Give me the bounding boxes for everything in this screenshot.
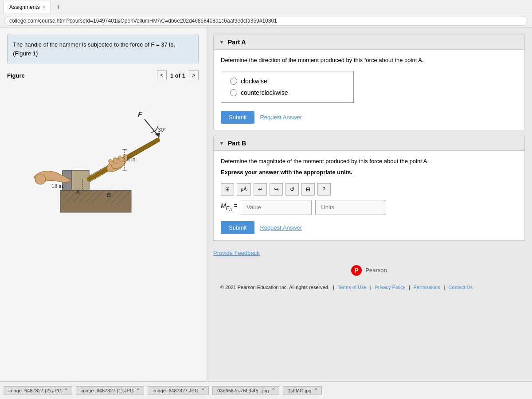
part-a-title: Part A bbox=[228, 39, 246, 46]
part-b-body: Determine the magnitude of the moment pr… bbox=[214, 151, 524, 240]
point-b-label: B bbox=[107, 192, 111, 198]
option-counterclockwise-label: counterclockwise bbox=[241, 89, 288, 96]
taskbar-arrow-3: ^ bbox=[202, 388, 204, 393]
part-b-question: Determine the magnitude of the moment pr… bbox=[221, 157, 517, 166]
taskbar-label-3: image_6487327.JPG bbox=[153, 388, 198, 393]
help-btn[interactable]: ? bbox=[317, 183, 331, 196]
part-a-body: Determine the direction of the moment pr… bbox=[214, 50, 524, 130]
redo-btn[interactable]: ↪ bbox=[270, 183, 283, 196]
figure-nav: < 1 of 1 > bbox=[157, 70, 199, 80]
privacy-link[interactable]: Privacy Policy bbox=[375, 285, 405, 290]
part-b-subtext: Express your answer with the appropriate… bbox=[221, 168, 517, 177]
feedback-area: Provide Feedback bbox=[213, 246, 525, 258]
part-a-question: Determine the direction of the moment pr… bbox=[221, 56, 517, 65]
figure-page: 1 of 1 bbox=[170, 72, 185, 79]
part-a-options: clockwise counterclockwise bbox=[221, 71, 354, 103]
taskbar-arrow-2: ^ bbox=[137, 388, 139, 393]
separator4: | bbox=[444, 285, 445, 290]
dim-18in-label: 18 in. bbox=[51, 183, 64, 189]
angle-label: 30° bbox=[158, 127, 166, 133]
value-units-row: MFA = bbox=[221, 200, 517, 215]
taskbar-arrow-4: ^ bbox=[272, 388, 274, 393]
option-clockwise-label: clockwise bbox=[241, 78, 267, 85]
copyright-text: © 2021 Pearson Education Inc. All rights… bbox=[220, 285, 329, 290]
math-toolbar: ⊞ μÅ ↩ ↪ ↺ ⊟ ? bbox=[221, 183, 517, 196]
part-a-btn-row: Submit Request Answer bbox=[221, 111, 517, 124]
footer-links: © 2021 Pearson Education Inc. All rights… bbox=[213, 283, 525, 292]
url-display[interactable]: college.com/course.html?courseId=1649740… bbox=[4, 16, 528, 26]
taskbar-label-2: image_6487327 (1).JPG bbox=[81, 388, 134, 393]
terms-link[interactable]: Terms of Use bbox=[338, 285, 367, 290]
units-input[interactable] bbox=[315, 200, 386, 215]
radio-counterclockwise[interactable] bbox=[230, 89, 237, 96]
browser-tab-bar: Assignments × + bbox=[0, 0, 532, 14]
part-b-section: ▼ Part B Determine the magnitude of the … bbox=[213, 136, 525, 241]
figure-title: Figure bbox=[7, 72, 25, 79]
part-b-title: Part B bbox=[228, 140, 246, 147]
pearson-name: Pearson bbox=[365, 267, 387, 274]
part-a-section: ▼ Part A Determine the direction of the … bbox=[213, 35, 525, 130]
feedback-link[interactable]: Provide Feedback bbox=[213, 250, 525, 256]
new-tab-btn[interactable]: + bbox=[54, 3, 63, 11]
address-bar: college.com/course.html?courseId=1649740… bbox=[0, 14, 532, 27]
separator3: | bbox=[409, 285, 410, 290]
tab-close-btn[interactable]: × bbox=[43, 4, 45, 10]
matrix-btn[interactable]: ⊞ bbox=[221, 183, 234, 196]
mf-label: MFA = bbox=[221, 202, 237, 212]
taskbar-label-5: 1stIMG.jpg bbox=[288, 388, 311, 393]
taskbar-label-1: image_6487327 (2).JPG bbox=[8, 388, 62, 393]
permissions-link[interactable]: Permissions bbox=[414, 285, 440, 290]
hammer-figure: F 30° 5 in. 18 in. A B bbox=[7, 84, 199, 226]
problem-text-content: The handle of the hammer is subjected to… bbox=[13, 41, 175, 57]
part-b-btn-row: Submit Request Answer bbox=[221, 221, 517, 234]
tab-label: Assignments bbox=[9, 4, 40, 10]
part-b-request-btn[interactable]: Request Answer bbox=[260, 224, 302, 231]
pearson-branding: P Pearson bbox=[213, 258, 525, 283]
part-a-submit-btn[interactable]: Submit bbox=[221, 111, 254, 124]
option-clockwise[interactable]: clockwise bbox=[230, 78, 344, 85]
taskbar-item-2[interactable]: image_6487327 (1).JPG ^ bbox=[76, 386, 145, 395]
figure-header: Figure < 1 of 1 > bbox=[7, 70, 199, 80]
svg-rect-0 bbox=[60, 190, 131, 212]
undo-btn[interactable]: ↩ bbox=[254, 183, 267, 196]
dim-5in-label: 5 in. bbox=[127, 156, 137, 163]
taskbar-label-4: 03e6567c-76b3-45...jpg bbox=[217, 388, 269, 393]
main-content: The handle of the hammer is subjected to… bbox=[0, 27, 532, 399]
part-a-header: ▼ Part A bbox=[214, 35, 524, 50]
taskbar: image_6487327 (2).JPG ^ image_6487327 (1… bbox=[0, 381, 532, 399]
taskbar-arrow-5: ^ bbox=[315, 388, 317, 393]
part-b-header: ▼ Part B bbox=[214, 136, 524, 151]
taskbar-item-5[interactable]: 1stIMG.jpg ^ bbox=[283, 386, 322, 395]
right-panel: ▼ Part A Determine the direction of the … bbox=[206, 27, 532, 399]
left-panel: The handle of the hammer is subjected to… bbox=[0, 27, 206, 399]
taskbar-arrow-1: ^ bbox=[65, 388, 67, 393]
contact-link[interactable]: Contact Us bbox=[449, 285, 473, 290]
option-counterclockwise[interactable]: counterclockwise bbox=[230, 89, 344, 96]
separator: | bbox=[333, 285, 334, 290]
figure-next-btn[interactable]: > bbox=[189, 70, 199, 80]
pearson-logo: P bbox=[351, 265, 362, 276]
part-b-submit-btn[interactable]: Submit bbox=[221, 221, 254, 234]
part-a-arrow: ▼ bbox=[219, 39, 224, 45]
problem-statement: The handle of the hammer is subjected to… bbox=[7, 35, 199, 63]
hammer-svg: F 30° 5 in. 18 in. A B bbox=[7, 84, 184, 221]
taskbar-item-3[interactable]: image_6487327.JPG ^ bbox=[148, 386, 209, 395]
part-b-arrow: ▼ bbox=[219, 140, 224, 146]
taskbar-item-1[interactable]: image_6487327 (2).JPG ^ bbox=[4, 386, 72, 395]
force-label: F bbox=[138, 111, 143, 118]
svg-point-30 bbox=[35, 174, 46, 184]
keyboard-btn[interactable]: ⊟ bbox=[301, 183, 315, 196]
taskbar-item-4[interactable]: 03e6567c-76b3-45...jpg ^ bbox=[212, 386, 279, 395]
separator2: | bbox=[370, 285, 372, 290]
symbol-btn[interactable]: μÅ bbox=[237, 183, 251, 196]
part-b-question-text: Determine the magnitude of the moment pr… bbox=[221, 158, 429, 164]
figure-prev-btn[interactable]: < bbox=[157, 70, 167, 80]
point-a-label: A bbox=[75, 188, 80, 195]
refresh-btn[interactable]: ↺ bbox=[286, 183, 299, 196]
value-input[interactable] bbox=[241, 200, 312, 215]
part-a-request-btn[interactable]: Request Answer bbox=[260, 114, 302, 121]
active-tab[interactable]: Assignments × bbox=[4, 1, 51, 13]
radio-clockwise[interactable] bbox=[230, 78, 237, 85]
